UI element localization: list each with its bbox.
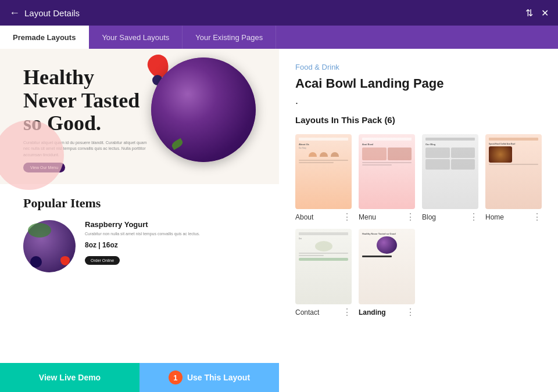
header-right: ⇅ ✕	[525, 8, 549, 19]
popular-title: Popular Items	[23, 196, 256, 211]
detail-panel: Food & Drink Acai Bowl Landing Page . La…	[279, 49, 558, 392]
preview-content: Healthy Never Tasted so Good. Curabitur …	[0, 49, 279, 363]
back-icon[interactable]: ←	[9, 7, 20, 19]
thumb-blog-card[interactable]: Our Blog	[422, 134, 478, 209]
thumb-contact-card[interactable]: Dini	[295, 229, 352, 304]
layout-title: Acai Bowl Landing Page	[295, 76, 542, 91]
berry-bowl	[23, 220, 76, 272]
layout-badge: 1	[169, 371, 183, 384]
thumb-home-menu[interactable]: ⋮	[532, 213, 542, 222]
thumb-landing-label: Landing	[359, 308, 386, 317]
preview-panel: Healthy Never Tasted so Good. Curabitur …	[0, 49, 279, 392]
tab-saved[interactable]: Your Saved Layouts	[89, 26, 183, 49]
thumb-contact-menu[interactable]: ⋮	[342, 308, 352, 317]
thumb-landing[interactable]: Healthy Never Tasted so Good Landing ⋮	[359, 229, 415, 317]
order-button[interactable]: Order Online	[85, 256, 120, 265]
preview-hero: Healthy Never Tasted so Good. Curabitur …	[0, 49, 279, 184]
thumb-menu[interactable]: Acai Bowl Menu ⋮	[359, 134, 415, 222]
thumb-about[interactable]: About Us Our Story About ⋮	[295, 134, 352, 222]
thumb-menu-label: Menu	[359, 213, 376, 221]
view-demo-button[interactable]: View Live Demo	[0, 363, 140, 392]
item-price: 8oz | 16oz	[85, 241, 200, 249]
thumb-home[interactable]: Special Hand Crafted Acai Bowl Home ⋮	[485, 134, 542, 222]
item-name: Raspberry Yogurt	[85, 220, 200, 229]
thumb-blog[interactable]: Our Blog Blog ⋮	[422, 134, 478, 222]
thumb-blog-label: Blog	[422, 213, 436, 221]
thumb-home-card[interactable]: Special Hand Crafted Acai Bowl	[485, 134, 542, 209]
acai-bowl	[151, 57, 256, 162]
popular-section: Popular Items Raspberry Yogurt Curabitur…	[0, 184, 279, 363]
item-desc: Curabitur non nulla sit amet nisl tempus…	[85, 231, 200, 238]
header-left: ← Layout Details	[9, 7, 80, 19]
layout-dot: .	[295, 95, 542, 107]
thumb-blog-menu[interactable]: ⋮	[469, 213, 478, 222]
close-icon[interactable]: ✕	[541, 8, 549, 19]
pink-decoration	[0, 120, 64, 190]
thumb-landing-menu[interactable]: ⋮	[406, 308, 415, 317]
thumb-landing-card[interactable]: Healthy Never Tasted so Good	[359, 229, 415, 304]
pack-label: Layouts In This Pack (6)	[295, 115, 542, 125]
action-bar: View Live Demo 1 Use This Layout	[0, 363, 279, 392]
use-layout-button[interactable]: 1 Use This Layout	[140, 363, 279, 392]
popular-info: Raspberry Yogurt Curabitur non nulla sit…	[85, 220, 200, 265]
category-label: Food & Drink	[295, 63, 542, 71]
header-title: Layout Details	[24, 8, 80, 18]
tab-bar: Premade Layouts Your Saved Layouts Your …	[0, 26, 558, 49]
thumb-menu-card[interactable]: Acai Bowl	[359, 134, 415, 209]
sort-icon[interactable]: ⇅	[525, 8, 533, 19]
popular-item: Raspberry Yogurt Curabitur non nulla sit…	[23, 220, 256, 272]
header: ← Layout Details ⇅ ✕	[0, 0, 558, 26]
thumbnails-grid: About Us Our Story About ⋮	[295, 134, 542, 317]
thumb-menu-menu[interactable]: ⋮	[406, 213, 415, 222]
thumb-contact-label: Contact	[295, 308, 319, 317]
bowl-decoration	[151, 57, 256, 162]
thumb-about-label: About	[295, 213, 313, 221]
thumb-about-menu[interactable]: ⋮	[342, 213, 352, 222]
thumb-about-card[interactable]: About Us Our Story	[295, 134, 352, 209]
tab-existing[interactable]: Your Existing Pages	[183, 26, 276, 49]
thumb-contact[interactable]: Dini Contact ⋮	[295, 229, 352, 317]
tab-premade[interactable]: Premade Layouts	[0, 26, 89, 49]
thumb-home-label: Home	[485, 213, 504, 221]
main-content: Healthy Never Tasted so Good. Curabitur …	[0, 49, 558, 392]
